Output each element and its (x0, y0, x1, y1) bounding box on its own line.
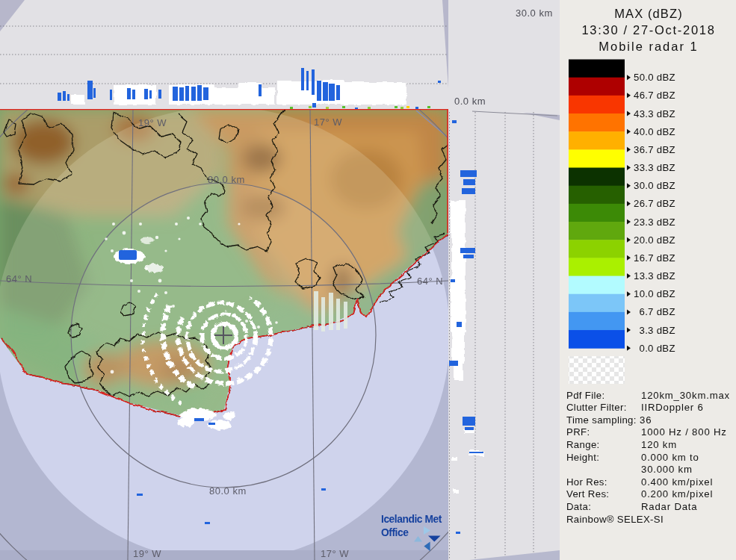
svg-text:16.7 dBZ: 16.7 dBZ (634, 252, 675, 264)
svg-text:1000 Hz / 800 Hz: 1000 Hz / 800 Hz (641, 426, 727, 438)
svg-text:Hor Res:: Hor Res: (566, 476, 607, 488)
svg-text:43.3 dBZ: 43.3 dBZ (634, 108, 675, 119)
svg-text:6.7 dBZ: 6.7 dBZ (640, 306, 675, 317)
svg-text:120km_30km.max: 120km_30km.max (641, 390, 730, 401)
svg-text:Clutter Filter:: Clutter Filter: (566, 402, 627, 413)
svg-text:30.0 dBZ: 30.0 dBZ (634, 180, 675, 191)
svg-text:Mobile radar 1: Mobile radar 1 (599, 40, 698, 53)
svg-text:0.400 km/pixel: 0.400 km/pixel (641, 476, 713, 488)
svg-text:80.0 km: 80.0 km (209, 485, 247, 497)
svg-text:23.3 dBZ: 23.3 dBZ (634, 217, 675, 228)
svg-text:17° W: 17° W (314, 116, 342, 128)
svg-text:Vert Res:: Vert Res: (566, 488, 609, 500)
svg-text:20.0 dBZ: 20.0 dBZ (634, 234, 675, 246)
svg-text:64° N: 64° N (6, 273, 32, 284)
svg-text:0.0 km: 0.0 km (454, 96, 486, 107)
svg-text:33.3 dBZ: 33.3 dBZ (634, 162, 675, 173)
svg-text:Icelandic Met: Icelandic Met (381, 514, 442, 525)
svg-text:46.7 dBZ: 46.7 dBZ (634, 90, 675, 101)
svg-text:19° W: 19° W (138, 117, 167, 128)
svg-text:17° W: 17° W (321, 548, 349, 559)
svg-text:Rainbow® SELEX-SI: Rainbow® SELEX-SI (566, 514, 664, 525)
svg-text:Range:: Range: (566, 439, 600, 450)
svg-text:0.0 dBZ: 0.0 dBZ (640, 343, 675, 354)
svg-text:80.0 km: 80.0 km (208, 174, 245, 185)
svg-text:36.7 dBZ: 36.7 dBZ (634, 144, 675, 155)
svg-text:64° N: 64° N (417, 276, 443, 287)
svg-text:0.200 km/pixel: 0.200 km/pixel (641, 488, 713, 500)
svg-text:10.0 dBZ: 10.0 dBZ (634, 288, 675, 299)
svg-text:50.0 dBZ: 50.0 dBZ (634, 72, 675, 83)
svg-text:36: 36 (640, 414, 652, 426)
svg-text:Radar Data: Radar Data (641, 501, 697, 512)
svg-text:13.3 dBZ: 13.3 dBZ (634, 270, 675, 281)
svg-text:Time sampling:: Time sampling: (566, 414, 637, 426)
svg-text:0.000 km to: 0.000 km to (641, 452, 699, 463)
svg-text:19° W: 19° W (133, 548, 161, 559)
svg-text:PRF:: PRF: (566, 426, 590, 438)
svg-text:3.3 dBZ: 3.3 dBZ (640, 325, 675, 336)
svg-text:26.7 dBZ: 26.7 dBZ (634, 198, 675, 209)
svg-text:Height:: Height: (566, 452, 599, 463)
svg-text:30.0 km: 30.0 km (516, 7, 553, 19)
svg-text:30.000 km: 30.000 km (641, 464, 693, 475)
svg-text:IIRDoppler 6: IIRDoppler 6 (641, 402, 704, 413)
svg-text:13:30 / 27-Oct-2018: 13:30 / 27-Oct-2018 (581, 23, 715, 37)
svg-text:40.0 dBZ: 40.0 dBZ (634, 126, 675, 137)
svg-text:Pdf File:: Pdf File: (566, 390, 605, 401)
svg-text:Office: Office (381, 527, 409, 538)
svg-text:MAX (dBZ): MAX (dBZ) (614, 7, 683, 20)
svg-text:120 km: 120 km (641, 439, 677, 450)
svg-text:Data:: Data: (566, 501, 591, 512)
